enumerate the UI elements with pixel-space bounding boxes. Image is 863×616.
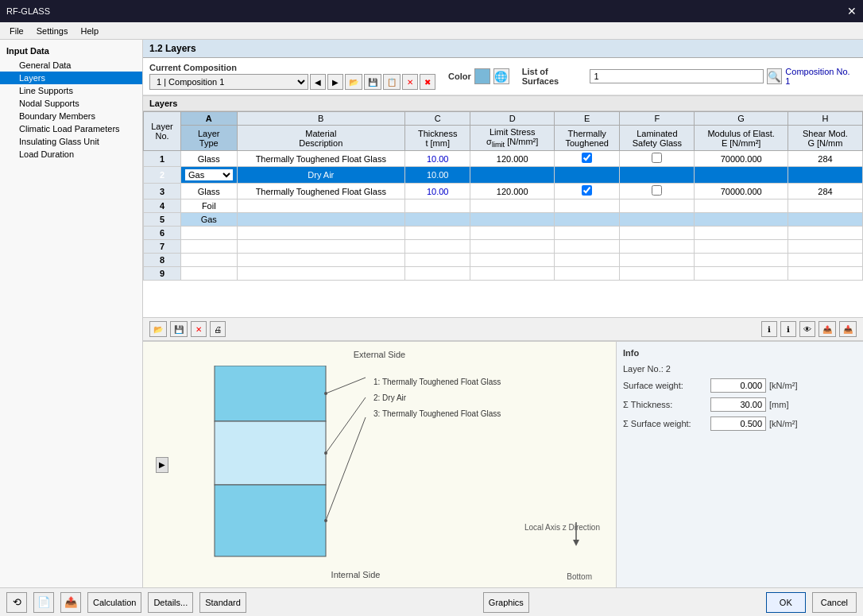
cancel-button[interactable]: Cancel [812,592,857,613]
surface-weight-input[interactable] [710,378,766,393]
cell-laminated[interactable] [620,184,695,200]
cell-thickness[interactable] [405,200,470,213]
cell-thermally-toughened[interactable] [555,240,620,254]
cell-modulus[interactable]: 70000.000 [695,184,788,200]
cell-layer-type[interactable] [181,267,238,281]
open-btn[interactable]: 📂 [345,74,362,90]
nav-next-btn[interactable]: ▶ [327,74,343,90]
cell-thermally-toughened[interactable] [555,184,620,200]
cell-modulus[interactable] [695,267,788,281]
cell-layer-type[interactable]: GasGlassGasFoil [181,167,238,184]
cell-modulus[interactable] [695,167,788,184]
cell-material[interactable] [237,227,405,240]
cell-material[interactable]: Thermally Toughened Float Glass [237,184,405,200]
status-icon-1[interactable]: ⟲ [6,592,27,613]
nav-prev-btn[interactable]: ◀ [310,74,326,90]
cell-shear[interactable] [788,254,862,267]
table-row[interactable]: 3GlassThermally Toughened Float Glass10.… [144,184,863,200]
cell-limit-stress[interactable] [470,254,555,267]
surfaces-search-btn[interactable]: 🔍 [767,68,783,84]
table-row[interactable]: 9 [144,267,863,281]
color-swatch[interactable] [474,68,490,84]
cell-limit-stress[interactable] [470,213,555,227]
table-row[interactable]: 7 [144,240,863,254]
table-row[interactable]: 6 [144,227,863,240]
cell-thermally-toughened[interactable] [555,151,620,167]
standard-button[interactable]: Standard [199,592,246,613]
table-row[interactable]: 8 [144,254,863,267]
cell-thickness[interactable]: 10.00 [405,151,470,167]
cell-material[interactable]: Dry Air [237,167,405,184]
delete-btn[interactable]: ✕ [402,74,418,90]
table-row[interactable]: 1GlassThermally Toughened Float Glass10.… [144,151,863,167]
cell-modulus[interactable] [695,254,788,267]
cell-limit-stress[interactable] [470,267,555,281]
cell-material[interactable] [237,254,405,267]
menu-settings[interactable]: Settings [30,25,75,37]
cell-laminated[interactable] [620,254,695,267]
table-delete-btn[interactable]: ✕ [191,321,207,337]
cell-shear[interactable] [788,167,862,184]
details-button[interactable]: Details... [148,592,193,613]
sidebar-item-climatic-load[interactable]: Climatic Load Parameters [0,122,142,135]
table-eye-btn[interactable]: 👁 [799,321,815,337]
cell-modulus[interactable] [695,240,788,254]
clear-btn[interactable]: ✖ [420,74,435,90]
sidebar-item-boundary-members[interactable]: Boundary Members [0,110,142,122]
cell-shear[interactable] [788,267,862,281]
table-info1-btn[interactable]: ℹ [761,321,777,337]
status-icon-2[interactable]: 📄 [33,592,54,613]
cell-thickness[interactable] [405,213,470,227]
sidebar-item-line-supports[interactable]: Line Supports [0,84,142,97]
cell-layer-type[interactable] [181,227,238,240]
cell-layer-type[interactable]: Glass [181,151,238,167]
calculation-button[interactable]: Calculation [87,592,141,613]
status-icon-3[interactable]: 📤 [60,592,81,613]
table-row[interactable]: 4Foil [144,200,863,213]
cell-layer-type[interactable]: Gas [181,213,238,227]
cell-thickness[interactable] [405,227,470,240]
cell-material[interactable] [237,240,405,254]
cell-modulus[interactable] [695,227,788,240]
graphics-button[interactable]: Graphics [483,592,529,613]
cell-shear[interactable] [788,227,862,240]
table-export1-btn[interactable]: 📤 [818,321,836,337]
cell-limit-stress[interactable] [470,200,555,213]
cell-material[interactable]: Thermally Toughened Float Glass [237,151,405,167]
cell-shear[interactable]: 284 [788,151,862,167]
cell-thermally-toughened[interactable] [555,267,620,281]
cell-laminated[interactable] [620,240,695,254]
composition-select[interactable]: 1 | Composition 1 [149,74,308,90]
cell-thickness[interactable] [405,240,470,254]
menu-file[interactable]: File [3,25,30,37]
scroll-left-btn[interactable]: ▶ [156,457,168,473]
cell-thermally-toughened[interactable] [555,200,620,213]
cell-thermally-toughened[interactable] [555,227,620,240]
table-open-btn[interactable]: 📂 [149,321,167,337]
cell-thickness[interactable] [405,254,470,267]
cell-layer-type[interactable] [181,240,238,254]
cell-shear[interactable] [788,200,862,213]
sidebar-item-layers[interactable]: Layers [0,72,142,84]
cell-layer-type[interactable] [181,254,238,267]
cell-layer-type[interactable]: Foil [181,200,238,213]
sidebar-item-nodal-supports[interactable]: Nodal Supports [0,97,142,110]
cell-shear[interactable] [788,240,862,254]
cell-laminated[interactable] [620,213,695,227]
cell-thermally-toughened[interactable] [555,254,620,267]
table-save-btn[interactable]: 💾 [170,321,188,337]
cell-modulus[interactable] [695,213,788,227]
list-surfaces-input[interactable] [590,69,763,83]
save-btn[interactable]: 💾 [364,74,381,90]
cell-limit-stress[interactable]: 120.000 [470,184,555,200]
cell-laminated[interactable] [620,151,695,167]
sidebar-item-insulating-glass[interactable]: Insulating Glass Unit [0,135,142,148]
cell-laminated[interactable] [620,227,695,240]
table-export2-btn[interactable]: 📥 [839,321,857,337]
total-weight-input[interactable] [710,416,766,431]
cell-modulus[interactable] [695,200,788,213]
cell-limit-stress[interactable] [470,227,555,240]
cell-modulus[interactable]: 70000.000 [695,151,788,167]
color-picker-btn[interactable]: 🌐 [493,68,509,84]
cell-shear[interactable]: 284 [788,184,862,200]
